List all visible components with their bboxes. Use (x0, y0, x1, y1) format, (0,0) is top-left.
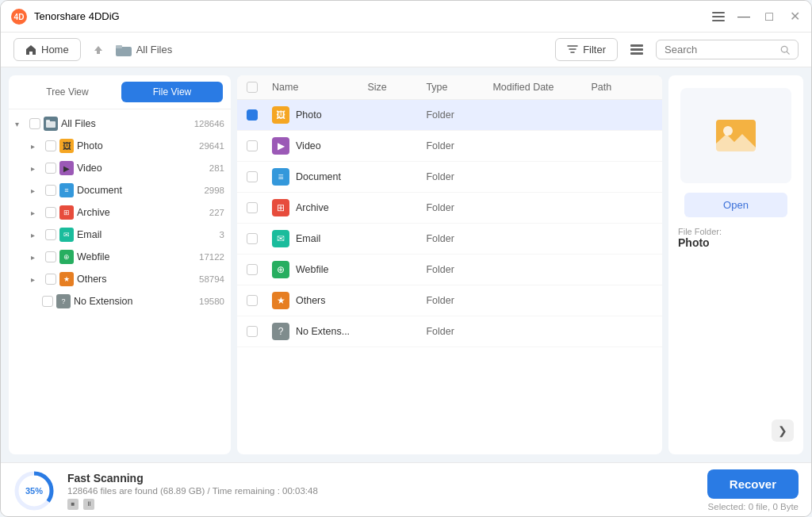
row-name-doc: ≡ Document (272, 168, 364, 186)
list-view-button[interactable] (624, 37, 649, 63)
scan-pause-button[interactable]: ⏸ (83, 499, 94, 510)
others-checkbox[interactable] (45, 274, 56, 285)
tree-label-video: Video (77, 163, 102, 174)
tree-label-email: Email (77, 229, 102, 240)
title-controls: — □ ✕ (711, 10, 802, 24)
row-checkbox-video[interactable] (247, 140, 258, 151)
home-button[interactable]: Home (13, 38, 81, 61)
file-view-button[interactable]: File View (121, 82, 223, 102)
scan-controls: ■ ⏸ (67, 499, 695, 510)
document-checkbox[interactable] (45, 185, 56, 196)
recover-button[interactable]: Recover (707, 469, 799, 499)
svg-rect-12 (46, 121, 56, 128)
tree-item-noext[interactable]: ? No Extension 19580 (9, 290, 231, 312)
row-name-archive: ⊞ Archive (272, 199, 364, 216)
minimize-button[interactable]: — (737, 10, 751, 24)
open-button[interactable]: Open (684, 193, 787, 217)
main-content: Tree View File View ▾ All Files 128646 ▸… (1, 67, 811, 462)
row-checkbox-photo[interactable] (247, 109, 258, 121)
tree-item-others[interactable]: ▸ ★ Others 58794 (9, 268, 231, 290)
chevron-right-icon: ▸ (31, 253, 42, 262)
nav-next-button[interactable]: ❯ (772, 419, 794, 442)
home-icon (25, 44, 36, 56)
archive-checkbox[interactable] (45, 207, 56, 218)
row-checkbox-noext[interactable] (247, 326, 258, 337)
filter-button[interactable]: Filter (555, 38, 618, 61)
row-type-archive: Folder (426, 202, 489, 213)
svg-text:4D: 4D (14, 13, 25, 21)
table-row[interactable]: ? No Extens... Folder (237, 316, 662, 347)
document-icon: ≡ (59, 183, 74, 197)
table-row[interactable]: ≡ Document Folder (237, 162, 662, 193)
filter-label: Filter (583, 44, 606, 56)
hamburger-menu-button[interactable] (711, 10, 726, 24)
row-type-noext: Folder (426, 326, 489, 337)
up-arrow-icon (94, 45, 103, 55)
maximize-button[interactable]: □ (762, 10, 776, 24)
title-left: 4D Tenorshare 4DDiG (10, 8, 120, 25)
tree-count-others: 58794 (199, 274, 224, 284)
tree-count-email: 3 (220, 230, 224, 239)
nav-up-button[interactable] (87, 39, 109, 61)
tree-view-button[interactable]: Tree View (17, 82, 118, 102)
tree-item-email[interactable]: ▸ ✉ Email 3 (9, 224, 231, 246)
photo-checkbox[interactable] (45, 140, 56, 151)
left-panel: Tree View File View ▾ All Files 128646 ▸… (9, 75, 231, 454)
col-header-size: Size (367, 82, 423, 93)
tree-count-noext: 19580 (199, 297, 224, 306)
svg-rect-4 (712, 20, 725, 21)
email-icon: ✉ (59, 228, 74, 242)
close-button[interactable]: ✕ (787, 10, 802, 24)
row-checkbox-email[interactable] (247, 233, 258, 244)
scan-info: Fast Scanning 128646 files are found (68… (67, 472, 695, 510)
table-row[interactable]: ⊞ Archive Folder (237, 193, 662, 224)
svg-rect-7 (630, 44, 643, 47)
table-row[interactable]: ⊕ Webfile Folder (237, 255, 662, 285)
tree-item-webfile[interactable]: ▸ ⊕ Webfile 17122 (9, 246, 231, 268)
select-all-checkbox[interactable] (247, 82, 258, 93)
photo-file-icon: 🖼 (272, 106, 289, 124)
allfiles-checkbox[interactable] (29, 118, 40, 129)
table-row[interactable]: ★ Others Folder (237, 285, 662, 316)
video-checkbox[interactable] (45, 163, 56, 174)
row-checkbox-others[interactable] (247, 295, 258, 306)
tree-item-photo[interactable]: ▸ 🖼 Photo 29641 (9, 135, 231, 157)
selected-info: Selected: 0 file, 0 Byte (708, 502, 799, 511)
chevron-right-icon: ▸ (31, 142, 42, 151)
search-icon (780, 44, 790, 56)
title-bar: 4D Tenorshare 4DDiG — □ ✕ (1, 1, 811, 33)
noext-checkbox[interactable] (42, 296, 53, 307)
tree-label-others: Others (77, 274, 107, 285)
scan-title: Fast Scanning (67, 472, 695, 484)
row-checkbox-archive[interactable] (247, 202, 258, 213)
tree-label-archive: Archive (77, 207, 110, 218)
search-input[interactable] (665, 44, 776, 56)
table-row[interactable]: ▶ Video Folder (237, 131, 662, 162)
tree-count-webfile: 17122 (199, 252, 224, 262)
app-logo-icon: 4D (10, 8, 28, 25)
webfile-checkbox[interactable] (45, 251, 56, 262)
table-row[interactable]: 🖼 Photo Folder (237, 100, 662, 131)
row-checkbox-webfile[interactable] (247, 264, 258, 275)
chevron-right-icon: ▸ (31, 275, 42, 284)
webfile-icon: ⊕ (59, 250, 74, 264)
row-name-photo: 🖼 Photo (272, 106, 364, 124)
tree-count-photo: 29641 (199, 141, 224, 151)
tree-count-allfiles: 128646 (194, 119, 224, 128)
tree-item-video[interactable]: ▸ ▶ Video 281 (9, 157, 231, 179)
tree-item-document[interactable]: ▸ ≡ Document 2998 (9, 179, 231, 201)
tree-count-archive: 227 (209, 208, 224, 217)
scan-stop-button[interactable]: ■ (67, 499, 79, 510)
tree-item-allfiles[interactable]: ▾ All Files 128646 (9, 113, 231, 135)
row-type-video: Folder (426, 140, 489, 151)
tree-item-archive[interactable]: ▸ ⊞ Archive 227 (9, 201, 231, 224)
video-file-icon: ▶ (272, 137, 289, 155)
row-type-others: Folder (426, 295, 489, 306)
webfile-file-icon: ⊕ (272, 261, 289, 278)
svg-rect-2 (712, 12, 725, 13)
row-name-video: ▶ Video (272, 137, 364, 155)
row-checkbox-doc[interactable] (247, 171, 258, 182)
col-header-date: Modified Date (492, 82, 588, 93)
table-row[interactable]: ✉ Email Folder (237, 224, 662, 255)
email-checkbox[interactable] (45, 229, 56, 240)
